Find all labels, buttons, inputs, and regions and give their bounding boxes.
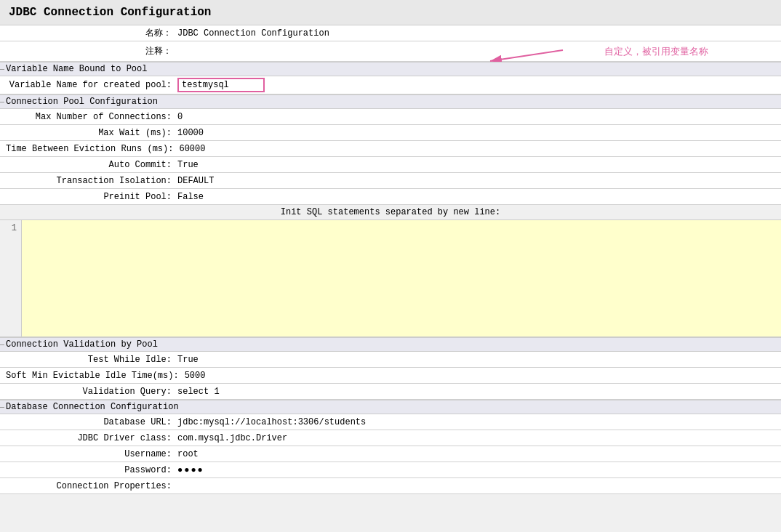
username-label: Username: [0,448,175,461]
preinit-value: False [175,190,781,203]
max-connections-value: 0 [175,110,781,124]
soft-min-label: Soft Min Evictable Idle Time(ms): [0,369,182,382]
sql-area: 1 [0,220,781,337]
validation-query-value: select 1 [175,385,781,398]
page-title: JDBC Connection Configuration [0,0,781,25]
db-url-value: jdbc:mysql://localhost:3306/students [175,416,781,429]
driver-value: com.mysql.jdbc.Driver [175,432,781,445]
form-container: 名称： JDBC Connection Configuration 注释： 自定… [0,25,781,494]
test-idle-row: Test While Idle: True [0,352,781,368]
preinit-row: Preinit Pool: False [0,189,781,205]
max-wait-row: Max Wait (ms): 10000 [0,125,781,141]
password-label: Password: [0,464,175,477]
conn-props-value[interactable] [175,479,781,493]
transaction-row: Transaction Isolation: DEFAULT [0,173,781,189]
conn-props-label: Connection Properties: [0,480,175,493]
auto-commit-row: Auto Commit: True [0,157,781,173]
annotation-text: 自定义，被引用变量名称 [604,45,708,58]
name-label: 名称： [0,25,175,41]
max-connections-label: Max Number of Connections: [0,110,175,124]
validation-query-label: Validation Query: [0,385,175,398]
variable-name-input[interactable] [177,78,265,92]
time-between-label: Time Between Eviction Runs (ms): [0,142,176,156]
sql-editor[interactable] [22,220,781,336]
auto-commit-value: True [175,158,781,172]
init-sql-label: Init SQL statements separated by new lin… [0,205,781,220]
note-label: 注释： [0,44,175,59]
auto-commit-label: Auto Commit: [0,158,175,172]
driver-row: JDBC Driver class: com.mysql.jdbc.Driver [0,430,781,446]
max-wait-label: Max Wait (ms): [0,126,175,140]
variable-name-row: Variable Name for created pool: [0,76,781,94]
note-row: 注释： 自定义，被引用变量名称 [0,41,781,62]
sql-line-numbers: 1 [0,220,22,336]
conn-props-row: Connection Properties: [0,478,781,494]
username-row: Username: root [0,446,781,462]
validation-query-row: Validation Query: select 1 [0,384,781,400]
test-idle-value: True [175,353,781,366]
name-row: 名称： JDBC Connection Configuration [0,25,781,41]
preinit-label: Preinit Pool: [0,190,175,203]
max-connections-row: Max Number of Connections: 0 [0,109,781,125]
transaction-label: Transaction Isolation: [0,174,175,188]
soft-min-row: Soft Min Evictable Idle Time(ms): 5000 [0,368,781,384]
pool-section-header: Connection Pool Configuration [0,94,781,109]
variable-name-label: Variable Name for created pool: [0,78,175,92]
time-between-row: Time Between Eviction Runs (ms): 60000 [0,141,781,157]
username-value: root [175,448,781,461]
db-url-label: Database URL: [0,416,175,429]
variable-section-header: Variable Name Bound to Pool [0,62,781,76]
password-row: Password: ●●●● [0,462,781,478]
validation-section-header: Connection Validation by Pool [0,337,781,352]
transaction-value: DEFAULT [175,174,781,188]
test-idle-label: Test While Idle: [0,353,175,366]
password-value: ●●●● [175,464,781,477]
max-wait-value: 10000 [175,126,781,140]
name-value: JDBC Connection Configuration [175,27,781,40]
driver-label: JDBC Driver class: [0,432,175,445]
soft-min-value: 5000 [182,369,781,382]
db-section-header: Database Connection Configuration [0,400,781,414]
time-between-value: 60000 [176,142,781,156]
variable-name-value [175,76,781,94]
db-url-row: Database URL: jdbc:mysql://localhost:330… [0,414,781,430]
